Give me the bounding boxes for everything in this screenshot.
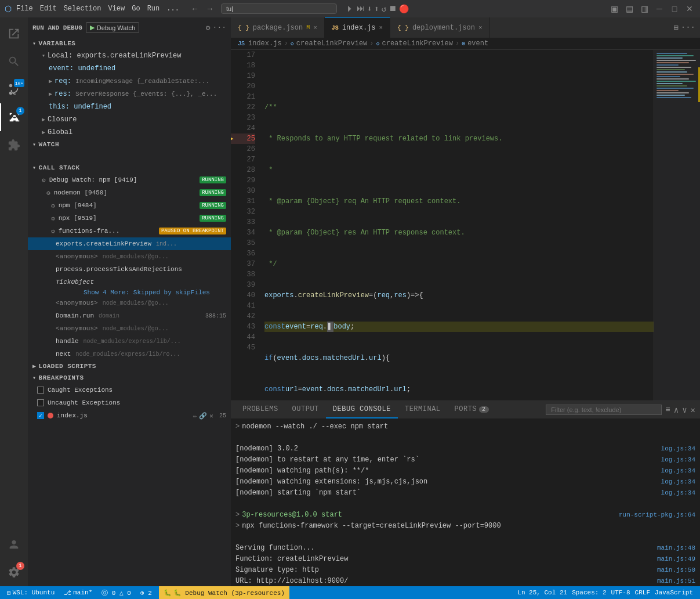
console-source-4[interactable]: log.js:34	[657, 477, 695, 487]
bp-indexjs[interactable]: ✓ index.js ✏ 🔗 ✕ 25	[28, 409, 231, 422]
bp-caught[interactable]: Caught Exceptions	[28, 384, 231, 396]
nav-forward[interactable]: →	[204, 3, 216, 15]
console-source-run[interactable]: run-script-pkg.js:64	[614, 510, 695, 520]
tab-package-json[interactable]: { } package.json M ×	[231, 17, 325, 38]
bp-edit-icon[interactable]: ✏	[193, 412, 197, 420]
debug-continue[interactable]: ⏵	[346, 4, 354, 13]
menu-view[interactable]: View	[108, 5, 125, 13]
bp-caught-checkbox[interactable]	[37, 387, 44, 394]
panel-scroll-down-icon[interactable]: ∨	[682, 405, 687, 415]
console-source-main50[interactable]: main.js:50	[652, 565, 695, 575]
closure-scope[interactable]: ▶ Closure	[28, 113, 231, 126]
debug-step-over[interactable]: ⏭	[357, 4, 365, 13]
cs-anon-3[interactable]: <anonymous> node_modules/@go...	[28, 322, 231, 335]
split-editor-icon[interactable]: ⊞	[673, 23, 678, 33]
status-spaces[interactable]: Spaces: 2	[570, 586, 608, 599]
local-scope[interactable]: ▾ Local: exports.createLinkPreview	[28, 49, 231, 62]
cs-anon-1[interactable]: <anonymous> node_modules/@go...	[28, 250, 231, 263]
status-language[interactable]: JavaScript	[652, 586, 695, 599]
tab-deployment-json-close[interactable]: ×	[478, 24, 483, 31]
tab-deployment-json[interactable]: { } deployment.json ×	[390, 17, 489, 38]
activity-debug[interactable]: 1	[0, 103, 28, 131]
window-maximize[interactable]: □	[669, 3, 680, 15]
code-editor[interactable]: 17 18 19 20 21 22 23 24 ▶ 25 26 27 28 29	[231, 50, 700, 400]
nav-back[interactable]: ←	[188, 3, 201, 15]
menu-go[interactable]: Go	[132, 5, 140, 13]
console-source-5[interactable]: log.js:34	[657, 488, 695, 498]
status-position[interactable]: Ln 25, Col 21	[515, 586, 570, 599]
cs-functions-fra[interactable]: ⚙ functions-fra... PAUSED ON BREAKPOINT	[28, 225, 231, 237]
bp-uncaught[interactable]: Uncaught Exceptions	[28, 396, 231, 409]
panel-content[interactable]: > nodemon --watch ./ --exec npm start [n…	[231, 418, 700, 586]
debug-restart[interactable]: ↺	[382, 4, 386, 14]
global-scope[interactable]: ▶ Global	[28, 126, 231, 139]
activity-explorer[interactable]	[0, 20, 28, 48]
status-wsl[interactable]: ⊞ WSL: Ubuntu	[5, 586, 57, 599]
bp-indexjs-checkbox[interactable]: ✓	[37, 412, 44, 419]
window-minimize[interactable]: ─	[654, 3, 665, 15]
bc-func-1[interactable]: createLinkPreview	[296, 39, 367, 48]
variables-header[interactable]: ▾ VARIABLES	[28, 38, 231, 49]
tab-package-json-close[interactable]: ×	[313, 24, 317, 31]
status-errors[interactable]: ⓪ 0 △ 0	[99, 586, 133, 599]
cs-tick-object[interactable]: TickObject	[28, 276, 231, 288]
cs-process-ticks[interactable]: process.processTicksAndRejections	[28, 263, 231, 276]
activity-source-control[interactable]: 1k+	[0, 75, 28, 103]
menu-file[interactable]: File	[16, 5, 33, 13]
skip-files-link[interactable]: Show 4 More: Skipped by skipFiles	[56, 289, 231, 296]
more-actions-icon[interactable]: ···	[681, 23, 695, 33]
sidebar-scroll[interactable]: ▾ VARIABLES ▾ Local: exports.createLinkP…	[28, 38, 231, 586]
window-layout3[interactable]: ▥	[639, 3, 650, 15]
console-source-main49[interactable]: main.js:49	[652, 554, 695, 564]
status-git[interactable]: ⎇ main*	[61, 586, 95, 599]
cs-nodemon[interactable]: ⚙ nodemon [9450] RUNNING	[28, 186, 231, 199]
panel-tab-debug-console[interactable]: DEBUG CONSOLE	[326, 401, 398, 418]
window-close[interactable]: ✕	[684, 3, 695, 15]
bc-event[interactable]: event	[467, 39, 488, 48]
menu-more[interactable]: ...	[166, 5, 179, 13]
cs-handle[interactable]: handle node_modules/express/lib/...	[28, 335, 231, 348]
console-source-2[interactable]: log.js:34	[657, 454, 695, 465]
panel-tab-problems[interactable]: PROBLEMS	[235, 401, 285, 418]
tab-index-js-close[interactable]: ×	[379, 24, 383, 31]
menu-run[interactable]: Run	[147, 5, 160, 13]
var-res[interactable]: ▶ res: ServerResponse {_events: {...}, _…	[28, 88, 231, 100]
status-ports[interactable]: ⊕ 2	[138, 586, 154, 599]
bc-func-2[interactable]: createLinkPreview	[382, 39, 453, 48]
status-encoding[interactable]: UTF-8	[609, 586, 633, 599]
var-this[interactable]: this: undefined	[28, 100, 231, 113]
console-source-main51[interactable]: main.js:51	[652, 576, 695, 586]
menu-selection[interactable]: Selection	[64, 5, 101, 13]
bp-uncaught-checkbox[interactable]	[37, 399, 44, 406]
cs-create-link[interactable]: exports.createLinkPreview ind...	[28, 237, 231, 250]
cs-npm[interactable]: ⚙ npm [9484] RUNNING	[28, 199, 231, 212]
console-source-1[interactable]: log.js:34	[657, 443, 695, 454]
var-event[interactable]: event: undefined	[28, 62, 231, 75]
debug-step-out[interactable]: ⬆	[374, 4, 379, 14]
debug-gear-icon[interactable]: ⚙	[206, 23, 211, 33]
status-debug[interactable]: 🐛 🐛 Debug Watch (3p-resources)	[159, 586, 289, 599]
cs-next[interactable]: next node_modules/express/lib/ro...	[28, 348, 231, 360]
bp-delete-icon[interactable]: ✕	[209, 412, 213, 420]
window-layout2[interactable]: ▤	[623, 3, 635, 15]
callstack-header[interactable]: ▾ CALL STACK	[28, 162, 231, 174]
panel-tab-output[interactable]: OUTPUT	[285, 401, 326, 418]
cs-anon-2[interactable]: <anonymous> node_modules/@go...	[28, 297, 231, 309]
console-source-3[interactable]: log.js:34	[657, 466, 695, 476]
activity-account[interactable]	[0, 531, 28, 558]
watch-header[interactable]: ▾ WATCH	[28, 139, 231, 150]
panel-tab-ports[interactable]: PORTS 2	[448, 401, 496, 418]
panel-tab-terminal[interactable]: TERMINAL	[398, 401, 448, 418]
debug-step-into[interactable]: ⬇	[367, 4, 372, 14]
tab-index-js[interactable]: JS index.js ×	[325, 17, 390, 38]
cs-domain-run[interactable]: Domain.run domain 388:15	[28, 309, 231, 322]
activity-settings[interactable]: 1	[0, 558, 28, 586]
bp-link-icon[interactable]: 🔗	[199, 412, 207, 420]
debug-record[interactable]: 🔴	[399, 4, 409, 14]
panel-list-icon[interactable]: ≡	[665, 405, 670, 414]
cs-debug-watch[interactable]: ⚙ Debug Watch: npm [9419] RUNNING	[28, 174, 231, 186]
cs-npx[interactable]: ⚙ npx [9519] RUNNING	[28, 212, 231, 225]
loaded-scripts-header[interactable]: ▶ LOADED SCRIPTS	[28, 360, 231, 372]
menu-edit[interactable]: Edit	[40, 5, 57, 13]
bc-file[interactable]: index.js	[248, 39, 282, 48]
